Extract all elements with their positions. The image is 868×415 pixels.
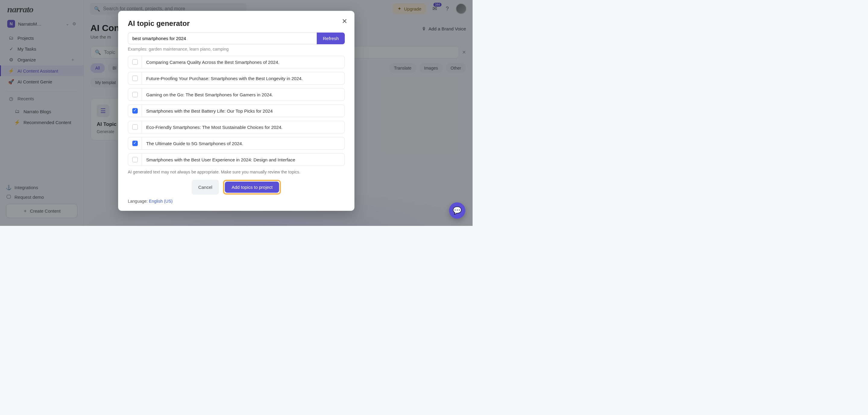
modal-title: AI topic generator	[128, 19, 345, 28]
chat-icon: 💬	[453, 206, 462, 215]
checkbox-wrap	[128, 137, 142, 149]
checkbox-wrap	[128, 89, 142, 101]
examples-hint: Examples: garden maintenance, learn pian…	[128, 47, 345, 51]
topic-item: Comparing Camera Quality Across the Best…	[128, 56, 345, 68]
topic-text: Smartphones with the Best User Experienc…	[142, 157, 299, 162]
chat-launcher[interactable]: 💬	[449, 202, 465, 219]
topic-item: Smartphones with the Best Battery Life: …	[128, 104, 345, 117]
topic-generator-modal: AI topic generator ✕ Refresh Examples: g…	[118, 11, 354, 211]
topic-text: Future-Proofing Your Purchase: Smartphon…	[142, 76, 307, 81]
topic-text: Gaming on the Go: The Best Smartphones f…	[142, 92, 277, 97]
refresh-button[interactable]: Refresh	[317, 33, 345, 44]
topic-checkbox[interactable]	[132, 157, 138, 162]
topic-checkbox[interactable]	[132, 59, 138, 65]
topic-checkbox[interactable]	[132, 92, 138, 97]
close-button[interactable]: ✕	[342, 18, 347, 25]
topic-item: The Ultimate Guide to 5G Smartphones of …	[128, 137, 345, 150]
modal-overlay: AI topic generator ✕ Refresh Examples: g…	[0, 0, 472, 226]
checkbox-wrap	[128, 105, 142, 117]
highlight-frame: Add topics to project	[223, 180, 281, 195]
topic-text: Eco-Friendly Smartphones: The Most Susta…	[142, 125, 287, 130]
language-label: Language:	[128, 199, 149, 204]
language-link[interactable]: English (US)	[149, 199, 173, 204]
disclaimer-text: AI generated text may not always be appr…	[128, 170, 345, 174]
topic-text: Smartphones with the Best Battery Life: …	[142, 108, 277, 113]
topic-checkbox[interactable]	[132, 141, 138, 146]
topic-checkbox[interactable]	[132, 125, 138, 130]
topic-theme-input[interactable]	[128, 33, 317, 44]
topic-item: Eco-Friendly Smartphones: The Most Susta…	[128, 121, 345, 133]
cancel-button[interactable]: Cancel	[192, 180, 219, 195]
close-icon: ✕	[342, 18, 347, 25]
topic-text: Comparing Camera Quality Across the Best…	[142, 60, 284, 65]
topic-checkbox[interactable]	[132, 108, 138, 113]
checkbox-wrap	[128, 121, 142, 133]
checkbox-wrap	[128, 153, 142, 166]
topic-checkbox[interactable]	[132, 76, 138, 81]
add-topics-button[interactable]: Add topics to project	[225, 182, 279, 193]
topic-item: Smartphones with the Best User Experienc…	[128, 153, 345, 166]
checkbox-wrap	[128, 72, 142, 84]
topic-item: Future-Proofing Your Purchase: Smartphon…	[128, 72, 345, 84]
topic-item: Gaming on the Go: The Best Smartphones f…	[128, 88, 345, 101]
topic-text: The Ultimate Guide to 5G Smartphones of …	[142, 141, 247, 146]
checkbox-wrap	[128, 56, 142, 68]
language-row: Language: English (US)	[128, 199, 345, 204]
topic-list: Comparing Camera Quality Across the Best…	[128, 56, 345, 166]
